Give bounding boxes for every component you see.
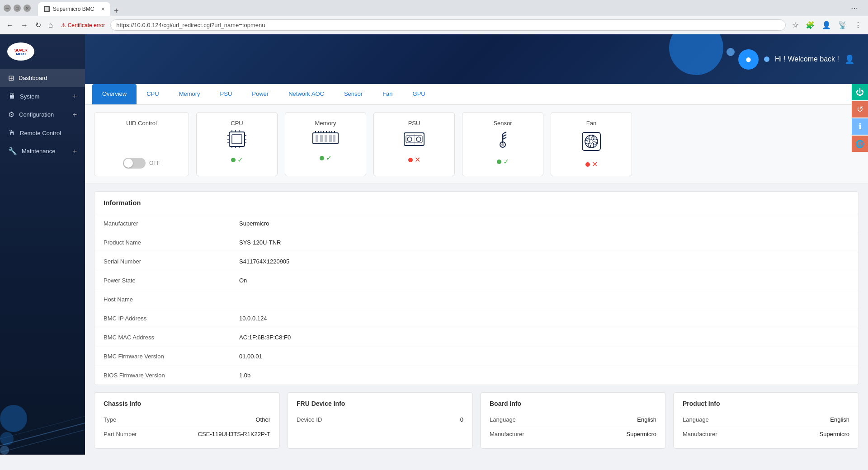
- sidebar-item-configuration[interactable]: ⚙ Configuration +: [0, 105, 85, 124]
- status-card-cpu: CPU: [196, 112, 278, 176]
- board-info-title: Board Info: [490, 400, 656, 407]
- chassis-type-value: Other: [255, 416, 270, 423]
- info-row-bios-firmware: BIOS Firmware Version 1.0b: [94, 366, 859, 385]
- status-card-sensor: Sensor ✓: [462, 112, 543, 176]
- power-button[interactable]: ⏻: [852, 84, 868, 100]
- decorative-lines: [0, 400, 85, 455]
- cert-error-text: Certificate error: [68, 22, 105, 28]
- chassis-partnumber-value: CSE-119UH3TS-R1K22P-T: [198, 431, 270, 437]
- info-row-bmc-firmware: BMC Firmware Version 01.00.01: [94, 347, 859, 366]
- bookmark-button[interactable]: ☆: [789, 19, 801, 31]
- psu-status-indicator: ✕: [408, 155, 420, 164]
- svg-point-32: [407, 137, 412, 141]
- sensor-status-dot: [497, 160, 501, 164]
- host-name-value: [239, 296, 849, 303]
- tab-network-aoc[interactable]: Network AOC: [278, 84, 334, 104]
- fan-status-x: ✕: [592, 160, 598, 169]
- globe-button[interactable]: 🌐: [852, 136, 868, 152]
- uid-card-title: UID Control: [126, 120, 157, 127]
- svg-rect-21: [329, 135, 332, 142]
- sidebar-item-maintenance[interactable]: 🔧 Maintenance +: [0, 142, 85, 160]
- server-refresh-button[interactable]: ↺: [852, 101, 868, 118]
- fru-deviceid-label: Device ID: [297, 416, 322, 423]
- status-card-uid: UID Control OFF: [94, 112, 189, 176]
- reload-button[interactable]: ↻: [33, 19, 44, 31]
- svg-point-44: [590, 140, 593, 143]
- sidebar-item-remote-control[interactable]: 🖱 Remote Control: [0, 124, 85, 142]
- status-cards-container: UID Control OFF CPU: [85, 105, 868, 184]
- fru-device-info-title: FRU Device Info: [297, 400, 463, 407]
- product-manufacturer-value: Supermicro: [820, 431, 849, 437]
- uid-toggle-container[interactable]: OFF: [123, 158, 160, 169]
- info-button[interactable]: ℹ: [852, 118, 868, 135]
- manufacturer-label: Manufacturer: [104, 220, 239, 227]
- cpu-status-indicator: ✓: [231, 155, 243, 164]
- header-circle-1: [669, 34, 723, 75]
- sidebar-navigation: ⊞ Dashboard 🖥 System + ⚙ Configuration +…: [0, 69, 85, 405]
- chassis-type-label: Type: [104, 416, 116, 423]
- memory-status-dot: [320, 156, 324, 160]
- maximize-button[interactable]: □: [14, 5, 21, 12]
- sidebar-item-label: Maintenance: [22, 148, 55, 155]
- sensor-icon: [494, 130, 512, 154]
- system-icon: 🖥: [8, 92, 15, 100]
- cert-error-indicator: ⚠ Certificate error: [57, 22, 109, 28]
- fru-deviceid-value: 0: [460, 416, 463, 423]
- tab-cpu[interactable]: CPU: [137, 84, 169, 104]
- main-content: Overview CPU Memory PSU Power Network AO…: [85, 84, 868, 455]
- tab-power[interactable]: Power: [242, 84, 278, 104]
- sidebar-item-dashboard[interactable]: ⊞ Dashboard: [0, 69, 85, 87]
- profile-button[interactable]: 👤: [819, 19, 834, 31]
- warning-icon: ⚠: [61, 22, 66, 28]
- uid-toggle-switch[interactable]: [123, 158, 146, 169]
- tab-overview[interactable]: Overview: [92, 84, 137, 104]
- information-title: Information: [94, 192, 859, 214]
- more-menu-button[interactable]: ⋯: [848, 2, 861, 14]
- info-row-power-state: Power State On: [94, 271, 859, 290]
- minimize-button[interactable]: ─: [4, 5, 11, 12]
- chassis-info-title: Chassis Info: [104, 400, 270, 407]
- sidebar-item-system[interactable]: 🖥 System +: [0, 87, 85, 105]
- tab-favicon: 🔲: [43, 6, 50, 12]
- tab-gpu[interactable]: GPU: [403, 84, 435, 104]
- home-button[interactable]: ⌂: [46, 19, 56, 31]
- back-button[interactable]: ←: [4, 19, 16, 31]
- tab-sensor[interactable]: Sensor: [334, 84, 373, 104]
- sidebar-item-label: System: [20, 93, 39, 100]
- fan-card-title: Fan: [586, 120, 596, 127]
- sidebar-logo: SUPER MICRO: [0, 34, 85, 69]
- fru-device-info-card: FRU Device Info Device ID 0: [287, 392, 473, 449]
- toggle-off-label: OFF: [149, 160, 160, 166]
- info-row-product-name: Product Name SYS-120U-TNR: [94, 233, 859, 252]
- new-tab-button[interactable]: +: [110, 6, 123, 16]
- bios-firmware-label: BIOS Firmware Version: [104, 372, 239, 379]
- bottom-cards-container: Chassis Info Type Other Part Number CSE-…: [85, 392, 868, 455]
- header-circle-2: [726, 48, 735, 56]
- bmc-ip-value: 10.0.0.124: [239, 315, 849, 322]
- tab-memory[interactable]: Memory: [169, 84, 210, 104]
- sensor-status-indicator: ✓: [497, 157, 509, 166]
- fan-status-dot: [585, 162, 590, 167]
- browser-tab[interactable]: 🔲 Supermicro BMC ✕: [38, 2, 110, 16]
- url-bar[interactable]: [110, 19, 786, 31]
- extensions-button[interactable]: 🧩: [803, 19, 817, 31]
- product-info-title: Product Info: [683, 400, 849, 407]
- tab-psu[interactable]: PSU: [210, 84, 242, 104]
- info-row-host-name: Host Name: [94, 290, 859, 309]
- expand-icon: +: [73, 147, 77, 155]
- cast-button[interactable]: 📡: [835, 19, 850, 31]
- forward-button[interactable]: →: [18, 19, 31, 31]
- close-button[interactable]: ✕: [24, 5, 31, 12]
- svg-rect-3: [229, 132, 245, 146]
- chrome-menu-button[interactable]: ⋮: [852, 19, 864, 31]
- serial-number-label: Serial Number: [104, 258, 239, 265]
- tab-fan[interactable]: Fan: [373, 84, 402, 104]
- remote-icon: 🖱: [8, 129, 15, 137]
- content-wrapper: ● Hi ! Welcome back ! 👤 Overview CPU Mem…: [85, 34, 868, 455]
- chassis-info-card: Chassis Info Type Other Part Number CSE-…: [94, 392, 280, 449]
- toggle-knob: [124, 159, 133, 168]
- status-card-psu: PSU ✕: [373, 112, 455, 176]
- tab-close-icon[interactable]: ✕: [101, 6, 105, 12]
- product-language-value: English: [830, 416, 849, 423]
- board-info-card: Board Info Language English Manufacturer…: [480, 392, 666, 449]
